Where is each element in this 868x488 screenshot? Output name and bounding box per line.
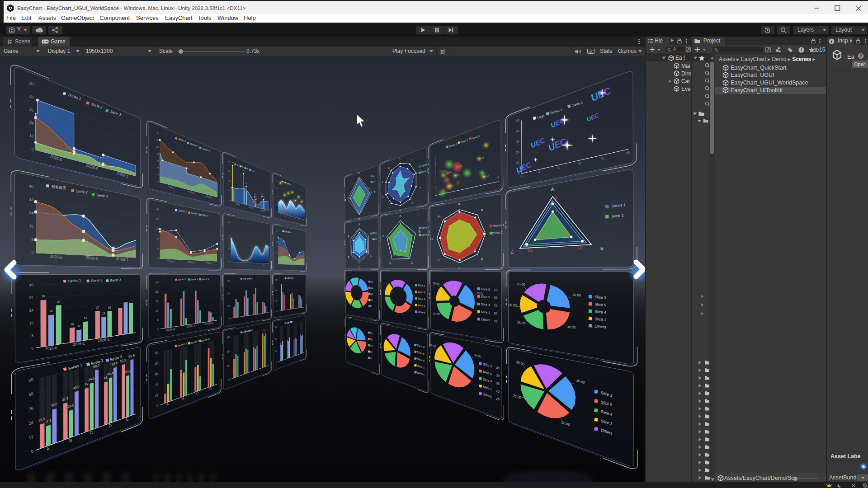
svg-text:3.0: 3.0 — [552, 196, 557, 200]
svg-text:30: 30 — [494, 296, 497, 299]
svg-text:32: 32 — [29, 197, 34, 202]
svg-text:3.8: 3.8 — [539, 233, 544, 238]
svg-text:3.8: 3.8 — [565, 231, 570, 236]
svg-text:30: 30 — [42, 294, 45, 298]
svg-text:20: 20 — [96, 305, 99, 309]
svg-text:24: 24 — [29, 210, 34, 215]
svg-text:30.00: 30.00 — [572, 293, 581, 298]
svg-text:D: D — [481, 257, 484, 261]
svg-text:0: 0 — [228, 317, 230, 320]
svg-text:13: 13 — [84, 316, 87, 319]
svg-text:S3: S3 — [370, 281, 373, 283]
svg-text:E: E — [458, 267, 461, 271]
svg-text:16: 16 — [29, 224, 34, 229]
svg-text:10: 10 — [227, 305, 230, 307]
svg-text:40: 40 — [29, 184, 34, 189]
svg-text:25: 25 — [494, 319, 498, 323]
svg-text:20: 20 — [49, 309, 53, 313]
svg-text:20: 20 — [494, 312, 498, 315]
svg-text:30: 30 — [276, 230, 278, 232]
svg-text:20.00: 20.00 — [508, 303, 517, 308]
svg-text:16: 16 — [156, 237, 159, 240]
svg-text:40: 40 — [155, 281, 159, 284]
svg-text:40: 40 — [29, 282, 33, 287]
svg-text:H: H — [438, 215, 441, 219]
svg-text:B: B — [481, 208, 483, 212]
svg-text:25: 25 — [494, 304, 498, 307]
svg-text:C: C — [370, 254, 373, 257]
svg-text:30.00: 30.00 — [567, 325, 576, 330]
svg-text:6.6: 6.6 — [577, 246, 582, 251]
svg-text:B: B — [419, 230, 421, 233]
svg-text:2.9: 2.9 — [552, 209, 557, 213]
svg-text:32: 32 — [156, 217, 159, 221]
svg-text:E: E — [382, 234, 385, 237]
svg-text:20: 20 — [227, 292, 230, 295]
svg-text:A: A — [458, 202, 461, 206]
svg-text:24: 24 — [155, 299, 159, 303]
svg-text:S5: S5 — [370, 287, 373, 290]
svg-text:32: 32 — [29, 295, 33, 300]
svg-text:25.00: 25.00 — [517, 282, 526, 287]
svg-text:24: 24 — [156, 227, 159, 230]
svg-text:15: 15 — [102, 311, 105, 315]
svg-text:S2: S2 — [374, 238, 377, 241]
svg-text:40: 40 — [156, 207, 159, 211]
svg-text:10: 10 — [276, 252, 278, 254]
svg-text:20: 20 — [276, 241, 278, 243]
svg-text:30: 30 — [227, 279, 230, 282]
svg-text:16: 16 — [155, 309, 159, 312]
svg-text:A: A — [551, 187, 554, 192]
svg-text:?: ? — [859, 54, 862, 59]
svg-text:S4: S4 — [370, 293, 373, 296]
svg-text:O: O — [370, 305, 372, 307]
svg-text:G: G — [430, 237, 434, 241]
svg-text:6.5: 6.5 — [528, 248, 533, 253]
svg-text:24: 24 — [29, 308, 33, 313]
svg-text:S1: S1 — [374, 232, 377, 235]
svg-text:10: 10 — [71, 322, 74, 326]
svg-text:S3: S3 — [292, 277, 294, 279]
svg-text:32: 32 — [155, 290, 159, 294]
svg-text:S1: S1 — [370, 299, 373, 302]
svg-text:26: 26 — [57, 300, 61, 303]
svg-text:25.00: 25.00 — [517, 320, 526, 325]
svg-text:D: D — [359, 266, 361, 268]
svg-text:10: 10 — [494, 288, 497, 291]
svg-text:16: 16 — [29, 320, 33, 325]
svg-text:19: 19 — [108, 305, 111, 309]
svg-text:B: B — [600, 246, 604, 251]
